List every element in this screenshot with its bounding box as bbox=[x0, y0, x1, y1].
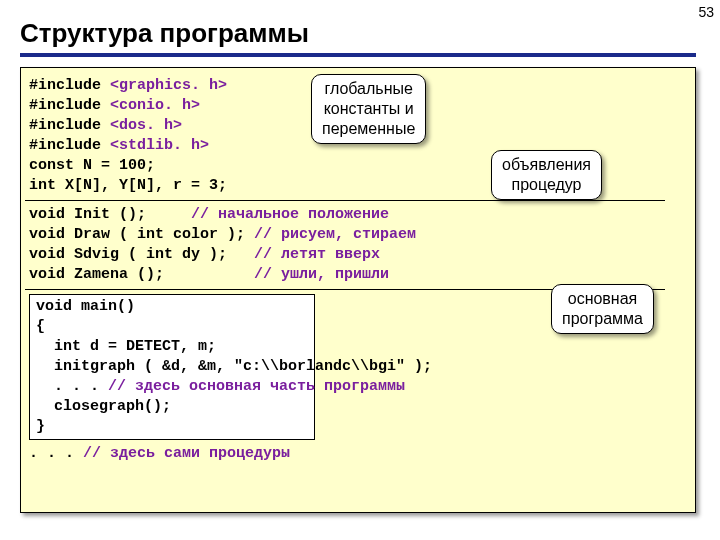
keyword-include: #include bbox=[29, 97, 110, 114]
decl-text: void Draw ( int color ); bbox=[29, 226, 254, 243]
code-line: } bbox=[36, 417, 308, 437]
header-file: <graphics. h> bbox=[110, 77, 227, 94]
code-line: initgraph ( &d, &m, "c:\\borlandc\\bgi" … bbox=[36, 357, 308, 377]
callout-line: процедур bbox=[502, 175, 591, 195]
header-file: <dos. h> bbox=[110, 117, 182, 134]
comment-text: // начальное положение bbox=[191, 206, 389, 223]
code-line: void Sdvig ( int dy ); // летят вверх bbox=[29, 245, 687, 265]
decl-text: void Init (); bbox=[29, 206, 191, 223]
title-separator bbox=[20, 53, 696, 57]
callout-line: программа bbox=[562, 309, 643, 329]
code-line: void Zamena (); // ушли, пришли bbox=[29, 265, 687, 285]
callout-main: основная программа bbox=[551, 284, 654, 334]
keyword-include: #include bbox=[29, 77, 110, 94]
code-line: void main() bbox=[36, 297, 308, 317]
code-line: closegraph(); bbox=[36, 397, 308, 417]
callout-line: переменные bbox=[322, 119, 415, 139]
comment-text: // здесь основная часть программы bbox=[108, 378, 405, 395]
code-line: void Init (); // начальное положение bbox=[29, 205, 687, 225]
callout-declarations: объявления процедур bbox=[491, 150, 602, 200]
callout-line: константы и bbox=[322, 99, 415, 119]
callout-line: глобальные bbox=[322, 79, 415, 99]
header-file: <stdlib. h> bbox=[110, 137, 209, 154]
keyword-include: #include bbox=[29, 137, 110, 154]
code-line: . . . // здесь сами процедуры bbox=[29, 444, 687, 464]
section-divider bbox=[25, 200, 665, 201]
callout-line: основная bbox=[562, 289, 643, 309]
comment-text: // здесь сами процедуры bbox=[83, 445, 290, 462]
callout-line: объявления bbox=[502, 155, 591, 175]
code-line: int d = DETECT, m; bbox=[36, 337, 308, 357]
code-line: . . . // здесь основная часть программы bbox=[36, 377, 308, 397]
code-line: void Draw ( int color ); // рисуем, стир… bbox=[29, 225, 687, 245]
keyword-include: #include bbox=[29, 117, 110, 134]
callout-globals: глобальные константы и переменные bbox=[311, 74, 426, 144]
code-line: { bbox=[36, 317, 308, 337]
page-number: 53 bbox=[698, 4, 714, 20]
comment-text: // летят вверх bbox=[254, 246, 380, 263]
decl-text: void Zamena (); bbox=[29, 266, 254, 283]
slide-title: Структура программы bbox=[20, 18, 696, 49]
code-text: . . . bbox=[36, 378, 108, 395]
comment-text: // ушли, пришли bbox=[254, 266, 389, 283]
main-block: void main() { int d = DETECT, m; initgra… bbox=[29, 294, 315, 440]
decl-text: void Sdvig ( int dy ); bbox=[29, 246, 254, 263]
code-text: . . . bbox=[29, 445, 83, 462]
slide: Структура программы #include <graphics. … bbox=[20, 18, 696, 513]
comment-text: // рисуем, стираем bbox=[254, 226, 416, 243]
header-file: <conio. h> bbox=[110, 97, 200, 114]
code-area: #include <graphics. h> #include <conio. … bbox=[20, 67, 696, 513]
